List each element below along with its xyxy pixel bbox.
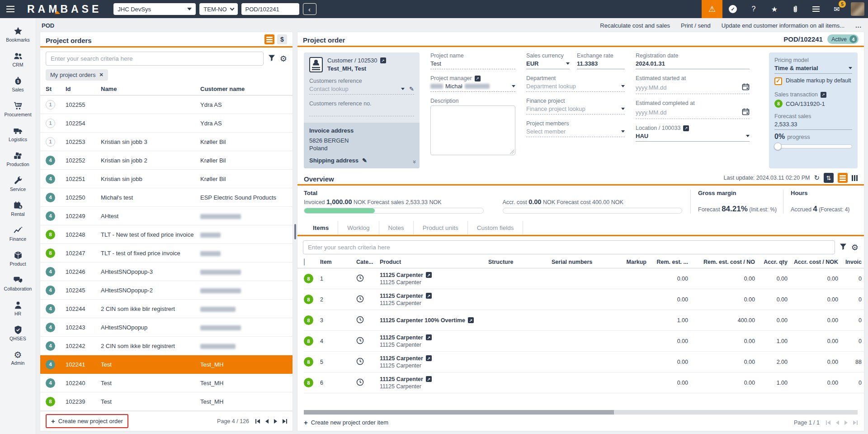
- create-new-project-order-button[interactable]: + Create new project order: [46, 414, 128, 428]
- table-row[interactable]: 4102240TestTest_MH: [40, 374, 292, 392]
- sidebar-item-crm[interactable]: CRM: [0, 47, 36, 72]
- table-row[interactable]: 41022422 CIN som ikke blir registrert: [40, 337, 292, 355]
- filter-icon[interactable]: [840, 243, 847, 252]
- project-manager-select[interactable]: Michał: [430, 81, 515, 92]
- tab-notes[interactable]: Notes: [379, 221, 414, 235]
- table-row[interactable]: 4102245AHtestSNOpopup-2: [40, 281, 292, 300]
- estimated-started-field[interactable]: yyyy.MM.dd: [636, 81, 750, 94]
- item-row[interactable]: 8 6 11125 Carpenter↗11125 Carpenter 0.00…: [304, 372, 864, 393]
- table-row[interactable]: 4102249AHtest: [40, 207, 292, 225]
- location-select[interactable]: HAU: [636, 131, 750, 142]
- item-row[interactable]: 8 4 11125 Carpenter↗11125 Carpenter 0.00…: [304, 331, 864, 352]
- table-row-selected[interactable]: 4102241TestTest_MH: [40, 355, 292, 374]
- description-textarea[interactable]: [430, 105, 515, 155]
- sidebar-item-procurement[interactable]: Procurement: [0, 96, 36, 121]
- recalculate-action[interactable]: Recalculate cost and sales: [600, 22, 670, 29]
- next-page-button[interactable]: [844, 420, 848, 425]
- print-send-action[interactable]: Print / send: [681, 22, 711, 29]
- table-row[interactable]: 1102254Ydra AS: [40, 114, 292, 133]
- scrollbar-thumb[interactable]: [304, 410, 614, 415]
- calendar-icon[interactable]: [742, 83, 750, 92]
- select-all-checkbox[interactable]: [304, 258, 305, 266]
- approvals-button[interactable]: ✓: [722, 0, 743, 18]
- table-row[interactable]: 4102250Michał's testESP Electric Sound P…: [40, 188, 292, 207]
- sidebar-item-hr[interactable]: HR: [0, 296, 36, 320]
- settings-gear-icon[interactable]: ⚙: [851, 244, 859, 251]
- document-search-input[interactable]: [241, 3, 299, 15]
- department-select[interactable]: Department lookup: [526, 81, 625, 92]
- back-button[interactable]: ‹: [303, 3, 316, 15]
- project-name-field[interactable]: Test: [430, 59, 515, 69]
- next-page-button[interactable]: [274, 419, 277, 424]
- alerts-button[interactable]: ⚠: [702, 0, 722, 18]
- first-page-button[interactable]: [255, 419, 260, 424]
- search-input[interactable]: [46, 52, 264, 66]
- filter-chip[interactable]: My project orders ✕: [46, 69, 108, 81]
- rows-view-icon[interactable]: [264, 34, 274, 44]
- contact-lookup-select[interactable]: Contact lookup ✎: [309, 84, 414, 95]
- sidebar-item-rental[interactable]: $ Rental: [0, 196, 36, 221]
- table-row[interactable]: 41022442 CIN som ikke blir registrert: [40, 300, 292, 318]
- favorites-button[interactable]: ★: [764, 0, 785, 18]
- item-row[interactable]: 8 2 11125 Carpenter↗11125 Carpenter 0.00…: [304, 289, 864, 310]
- sidebar-item-production[interactable]: Production: [0, 146, 36, 171]
- sidebar-item-logistics[interactable]: Logistics: [0, 121, 36, 146]
- disable-markup-checkbox[interactable]: [774, 77, 782, 85]
- progress-slider[interactable]: [774, 144, 852, 148]
- table-row[interactable]: 4102251Kristian sin jobbKrøller Bil: [40, 170, 292, 188]
- update-end-customer-action[interactable]: Update end customer information on all i…: [722, 22, 844, 29]
- expand-chevrons-icon[interactable]: »: [411, 160, 418, 162]
- sales-currency-select[interactable]: EUR: [526, 59, 570, 69]
- estimated-completed-field[interactable]: yyyy.MM.dd: [636, 106, 750, 119]
- forecast-sales-field[interactable]: 2,533.33: [774, 119, 852, 130]
- pricing-model-select[interactable]: Time & material: [774, 63, 852, 74]
- project-members-select[interactable]: Select member: [526, 127, 625, 137]
- sidebar-item-bookmarks[interactable]: Bookmarks: [0, 22, 36, 47]
- edit-shipping-icon[interactable]: ✎: [362, 157, 367, 164]
- customer-link[interactable]: Customer / 102530 ↗: [327, 57, 386, 64]
- table-row[interactable]: 8102239TestTest_MH: [40, 392, 292, 411]
- last-page-button[interactable]: [853, 420, 858, 425]
- tab-custom-fields[interactable]: Custom fields: [468, 221, 524, 235]
- exchange-rate-field[interactable]: 11.3383: [577, 59, 625, 69]
- panel-splitter[interactable]: [293, 32, 297, 431]
- edit-pencil-icon[interactable]: ✎: [409, 86, 414, 92]
- sidebar-item-finance[interactable]: Finance: [0, 221, 36, 246]
- horizontal-scrollbar[interactable]: [304, 410, 858, 415]
- sidebar-item-service[interactable]: Service: [0, 171, 36, 196]
- columns-view-icon[interactable]: [852, 175, 858, 181]
- calendar-icon[interactable]: [742, 108, 750, 117]
- prev-page-button[interactable]: [836, 420, 839, 425]
- tab-items[interactable]: Items: [304, 221, 338, 235]
- sidebar-item-sales[interactable]: $ Sales: [0, 72, 36, 96]
- slider-thumb[interactable]: [774, 143, 782, 150]
- prev-page-button[interactable]: [265, 419, 269, 424]
- last-page-button[interactable]: [283, 419, 287, 424]
- hamburger-menu-icon[interactable]: [0, 6, 21, 12]
- expand-rows-icon[interactable]: ⇅: [824, 173, 834, 183]
- refresh-icon[interactable]: ↻: [814, 174, 820, 182]
- table-row[interactable]: 4102246AHtestSNOpopup-3: [40, 262, 292, 281]
- create-new-item-button[interactable]: + Create new project order item: [304, 419, 388, 426]
- table-row[interactable]: 1102255Ydra AS: [40, 95, 292, 114]
- item-row[interactable]: 8 5 11125 Carpenter↗11125 Carpenter 0.00…: [304, 352, 864, 372]
- table-row[interactable]: 1102253Kristian sin jobb 3Krøller Bil: [40, 133, 292, 151]
- attachments-button[interactable]: [785, 0, 806, 18]
- tasks-button[interactable]: [806, 0, 826, 18]
- tab-product-units[interactable]: Product units: [414, 221, 468, 235]
- tab-worklog[interactable]: Worklog: [338, 221, 379, 235]
- items-search-input[interactable]: [303, 240, 835, 254]
- finance-project-select[interactable]: Finance project lookup: [526, 104, 625, 114]
- table-row[interactable]: 8102248TLT - New test of fixed price inv…: [40, 225, 292, 244]
- sales-transaction-link[interactable]: 8 COA/131920-1: [774, 100, 852, 108]
- user-menu-button[interactable]: [847, 0, 868, 18]
- sidebar-item-admin[interactable]: ⚙ Admin: [0, 345, 36, 370]
- messages-button[interactable]: ✉ 5: [826, 0, 847, 18]
- item-row[interactable]: 8 1 11125 Carpenter↗11125 Carpenter 0.00…: [304, 268, 864, 289]
- registration-date-field[interactable]: 2024.01.31: [636, 59, 750, 69]
- rows-view-icon[interactable]: [838, 173, 848, 183]
- table-row[interactable]: 4102243AHtestSNOpopup: [40, 318, 292, 337]
- customers-reference-no-field[interactable]: [309, 107, 414, 116]
- item-row[interactable]: 8 3 11125 Carpenter 100% Overtime↗ 1.00 …: [304, 310, 864, 331]
- help-button[interactable]: ?: [743, 0, 764, 18]
